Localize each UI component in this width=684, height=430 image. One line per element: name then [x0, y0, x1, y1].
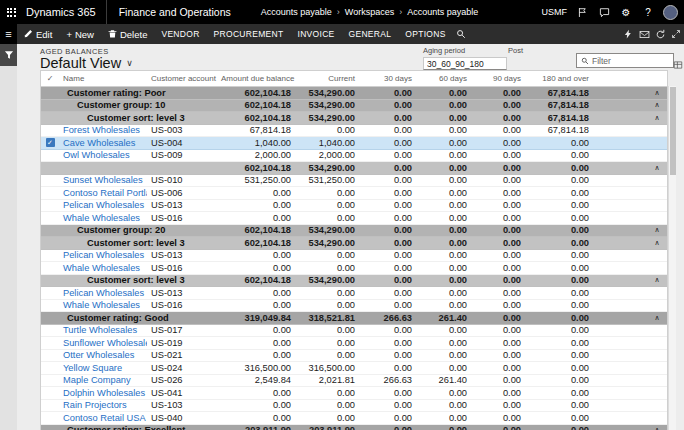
group-row[interactable]: Customer rating: Excellent203,911.90203,…: [41, 425, 667, 430]
grid-row[interactable]: Contoso Retail USAUS-0400.000.000.000.00…: [41, 412, 667, 425]
column-header-amount-due[interactable]: Amount due balance: [217, 74, 295, 83]
customer-name-link[interactable]: Whale Wholesales: [63, 300, 140, 310]
menu-tab-options[interactable]: OPTIONS: [398, 24, 452, 44]
select-all-check-icon[interactable]: ✓: [41, 74, 59, 83]
chat-icon[interactable]: [597, 5, 611, 19]
customer-name-link[interactable]: Turtle Wholesales: [63, 325, 137, 335]
grid-row[interactable]: Contoso Retail PortlandUS-0060.000.000.0…: [41, 187, 667, 200]
grid-row[interactable]: ✓Cave WholesalesUS-0041,040.001,040.000.…: [41, 137, 667, 150]
customer-name-link[interactable]: Yellow Square: [63, 363, 122, 373]
column-header-name[interactable]: Name: [59, 74, 147, 83]
menu-tab-general[interactable]: GENERAL: [342, 24, 399, 44]
collapse-chevron-icon[interactable]: ∧: [647, 239, 667, 247]
column-header-current[interactable]: Current: [295, 74, 359, 83]
page-title[interactable]: Default View ∨: [40, 55, 133, 71]
grid-row[interactable]: Forest WholesalesUS-00367,814.180.000.00…: [41, 125, 667, 138]
group-row[interactable]: 602,104.18534,290.000.000.000.000.00∧: [41, 162, 667, 175]
user-avatar[interactable]: [663, 5, 678, 20]
grid-row[interactable]: Sunset WholesalesUS-010531,250.00531,250…: [41, 175, 667, 188]
customer-name-link[interactable]: Cave Wholesales: [63, 138, 135, 148]
customer-name-link[interactable]: Pelican Wholesales: [63, 288, 144, 298]
customer-name-link[interactable]: Rain Projectors: [63, 400, 127, 410]
customer-name-link[interactable]: Whale Wholesales: [63, 213, 140, 223]
customer-name-link[interactable]: Otter Wholesales: [63, 350, 134, 360]
customer-name-link[interactable]: Forest Wholesales: [63, 125, 140, 135]
grid-row[interactable]: Owl WholesalesUS-0092,000.002,000.000.00…: [41, 150, 667, 163]
grid-row[interactable]: Otter WholesalesUS-0210.000.000.000.000.…: [41, 350, 667, 363]
grid-row[interactable]: Pelican WholesalesUS-0130.000.000.000.00…: [41, 287, 667, 300]
breadcrumb-item[interactable]: Workspaces: [345, 7, 394, 17]
collapse-chevron-icon[interactable]: ∧: [647, 426, 667, 430]
collapse-chevron-icon[interactable]: ∧: [647, 101, 667, 109]
vertical-scrollbar[interactable]: [668, 86, 676, 430]
grid-row[interactable]: Yellow SquareUS-024316,500.00316,500.000…: [41, 362, 667, 375]
app-title[interactable]: Finance and Operations: [107, 6, 243, 18]
grid-row[interactable]: Maple CompanyUS-0262,549.842,021.81266.6…: [41, 375, 667, 388]
grid-row[interactable]: Rain ProjectorsUS-1030.000.000.000.000.0…: [41, 400, 667, 413]
edit-button[interactable]: Edit: [17, 24, 59, 44]
company-badge[interactable]: USMF: [542, 7, 568, 17]
collapse-chevron-icon[interactable]: ∧: [647, 164, 667, 172]
grid-settings-icon[interactable]: [673, 56, 683, 66]
nav-menu-button[interactable]: ≡: [0, 24, 17, 44]
menu-tab-invoice[interactable]: INVOICE: [290, 24, 341, 44]
column-header-60-days[interactable]: 60 days: [416, 74, 471, 83]
group-row[interactable]: Customer sort: level 3602,104.18534,290.…: [41, 275, 667, 288]
column-header-30-days[interactable]: 30 days: [359, 74, 416, 83]
grid-row[interactable]: Whale WholesalesUS-0160.000.000.000.000.…: [41, 212, 667, 225]
breadcrumb-item[interactable]: Accounts payable: [407, 7, 478, 17]
refresh-icon[interactable]: [652, 24, 668, 44]
group-row[interactable]: Customer sort: level 3602,104.18534,290.…: [41, 112, 667, 125]
filter-funnel-icon[interactable]: [0, 44, 17, 66]
breadcrumb-item[interactable]: Accounts payable: [261, 7, 332, 17]
grid-row[interactable]: Dolphin WholesalesUS-0410.000.000.000.00…: [41, 387, 667, 400]
group-row[interactable]: Customer group: 10602,104.18534,290.000.…: [41, 100, 667, 113]
grid-row[interactable]: Pelican WholesalesUS-0130.000.000.000.00…: [41, 200, 667, 213]
customer-name-link[interactable]: Contoso Retail Portland: [63, 188, 147, 198]
post-label: Post: [508, 46, 523, 55]
customer-name-link[interactable]: Maple Company: [63, 375, 131, 385]
mail-icon[interactable]: [636, 24, 652, 44]
group-row[interactable]: Customer rating: Poor602,104.18534,290.0…: [41, 87, 667, 100]
collapse-chevron-icon[interactable]: ∧: [647, 114, 667, 122]
customer-name-link[interactable]: Contoso Retail USA: [63, 413, 146, 423]
menu-tab-vendor[interactable]: VENDOR: [154, 24, 206, 44]
collapse-chevron-icon[interactable]: ∧: [647, 89, 667, 97]
customer-name-link[interactable]: Pelican Wholesales: [63, 200, 144, 210]
grid-row[interactable]: Pelican WholesalesUS-0130.000.000.000.00…: [41, 250, 667, 263]
flag-icon[interactable]: [575, 5, 589, 19]
column-header-180-and-over[interactable]: 180 and over: [525, 74, 593, 83]
aging-period-input[interactable]: [423, 57, 507, 70]
brand-title[interactable]: Dynamics 365: [22, 6, 106, 18]
filter-input[interactable]: [592, 56, 669, 66]
customer-name-link[interactable]: Pelican Wholesales: [63, 250, 144, 260]
group-row[interactable]: Customer sort: level 3602,104.18534,290.…: [41, 237, 667, 250]
customer-name-link[interactable]: Dolphin Wholesales: [63, 388, 145, 398]
collapse-chevron-icon[interactable]: ∧: [647, 276, 667, 284]
column-header-customer-account[interactable]: Customer account: [147, 74, 217, 83]
grid-row[interactable]: Sunflower WholesalesUS-0190.000.000.000.…: [41, 337, 667, 350]
help-icon[interactable]: ?: [641, 5, 655, 19]
search-icon[interactable]: [453, 24, 469, 44]
collapse-chevron-icon[interactable]: ∧: [647, 314, 667, 322]
gear-icon[interactable]: ⚙: [619, 5, 633, 19]
group-row[interactable]: Customer group: 20602,104.18534,290.000.…: [41, 225, 667, 238]
row-checkbox[interactable]: ✓: [41, 138, 59, 147]
expand-icon[interactable]: [668, 24, 684, 44]
new-button[interactable]: + New: [59, 24, 101, 44]
menu-tab-procurement[interactable]: PROCUREMENT: [207, 24, 291, 44]
customer-name-link[interactable]: Owl Wholesales: [63, 150, 130, 160]
customer-name-link[interactable]: Whale Wholesales: [63, 263, 140, 273]
grid-row[interactable]: Turtle WholesalesUS-0170.000.000.000.000…: [41, 325, 667, 338]
customer-name-link[interactable]: Sunflower Wholesales: [63, 338, 147, 348]
grid-row[interactable]: Whale WholesalesUS-0160.000.000.000.000.…: [41, 300, 667, 313]
delete-button[interactable]: Delete: [101, 24, 154, 44]
collapse-chevron-icon[interactable]: ∧: [647, 226, 667, 234]
group-row[interactable]: Customer rating: Good319,049.84318,521.8…: [41, 312, 667, 325]
flash-icon[interactable]: [620, 24, 636, 44]
grid-row[interactable]: Whale WholesalesUS-0160.000.000.000.000.…: [41, 262, 667, 275]
scrollbar-thumb[interactable]: [670, 87, 676, 175]
customer-name-link[interactable]: Sunset Wholesales: [63, 175, 143, 185]
app-launcher-waffle-icon[interactable]: [0, 0, 22, 24]
column-header-90-days[interactable]: 90 days: [471, 74, 525, 83]
